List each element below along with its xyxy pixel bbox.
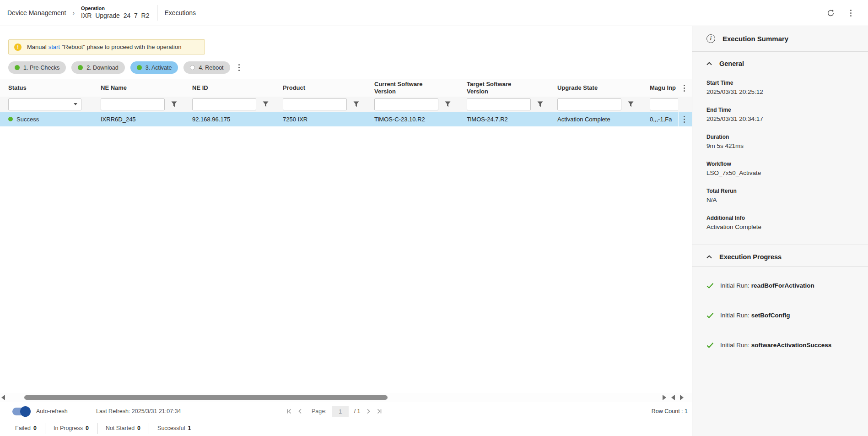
column-header-magu-input[interactable]: Magu Inp xyxy=(650,84,678,92)
ne-name-filter-input[interactable] xyxy=(101,98,165,110)
execution-progress-list: Initial Run:readBofForActivation Initial… xyxy=(692,267,868,371)
phase-chip-activate[interactable]: 3. Activate xyxy=(130,61,178,74)
general-section-toggle[interactable]: General xyxy=(692,52,868,73)
breadcrumb-device-management[interactable]: Device Management xyxy=(7,9,66,16)
phase-chip-pre-checks[interactable]: 1. Pre-Checks xyxy=(8,61,66,74)
filter-funnel-icon[interactable] xyxy=(263,101,269,107)
filter-funnel-icon[interactable] xyxy=(537,101,543,107)
filter-funnel-icon[interactable] xyxy=(353,101,359,107)
auto-refresh-label: Auto-refresh xyxy=(36,408,68,414)
phase-chip-download[interactable]: 2. Download xyxy=(71,61,125,74)
page-total: / 1 xyxy=(354,408,361,414)
divider xyxy=(157,5,157,21)
general-fields: Start Time 2025/03/31 20:25:12 End Time … xyxy=(692,73,868,245)
app-window: Device Management › Operation IXR_Upgrad… xyxy=(0,0,868,436)
ne-id-filter-input[interactable] xyxy=(192,98,256,110)
banner-text-suffix: "Reboot" phase to proceed with the opera… xyxy=(62,44,181,50)
page-number-input[interactable] xyxy=(332,406,349,417)
pane-scroll-right-icon[interactable] xyxy=(680,395,684,400)
pane-scroll-left-icon[interactable] xyxy=(671,395,675,400)
execution-progress-title: Execution Progress xyxy=(719,253,782,261)
status-filter-select[interactable] xyxy=(8,98,81,110)
status-counts-bar: Failed0 In Progress0 Not Started0 Succes… xyxy=(0,420,692,436)
operation-name: IXR_Upgrade_24_7_R2 xyxy=(81,12,149,20)
page-title: Executions xyxy=(165,9,196,16)
chevron-up-icon xyxy=(706,62,712,65)
phase-chip-label: 3. Activate xyxy=(146,65,172,71)
column-header-target-software-version[interactable]: Target Software Version xyxy=(467,81,557,96)
chevron-up-icon xyxy=(706,255,712,259)
scroll-left-icon[interactable] xyxy=(1,395,5,400)
column-header-ne-name[interactable]: NE Name xyxy=(101,84,192,92)
filter-funnel-icon[interactable] xyxy=(628,101,634,107)
product-cell: 7250 IXR xyxy=(283,116,374,123)
phase-chip-label: 1. Pre-Checks xyxy=(23,65,59,71)
horizontal-scrollbar xyxy=(0,393,692,402)
status-text: Success xyxy=(16,116,39,123)
in-progress-count: In Progress0 xyxy=(45,423,97,434)
table-row[interactable]: Success IXRR6D_245 92.168.96.175 7250 IX… xyxy=(0,112,692,126)
filter-funnel-icon[interactable] xyxy=(171,101,177,107)
auto-refresh-toggle[interactable] xyxy=(12,408,30,415)
page-label: Page: xyxy=(312,408,327,414)
progress-item: Initial Run:softwareActivationSuccess xyxy=(706,342,868,349)
column-header-upgrade-state[interactable]: Upgrade State xyxy=(557,84,650,92)
table-columns-menu-icon[interactable] xyxy=(681,84,688,93)
target-sw-cell: TiMOS-24.7.R2 xyxy=(467,116,557,123)
row-count-text: Row Count : 1 xyxy=(652,408,688,414)
executions-panel: ! Manual start "Reboot" phase to proceed… xyxy=(0,26,692,436)
ne-name-cell: IXRR6D_245 xyxy=(101,116,192,123)
target-software-filter-input[interactable] xyxy=(467,98,531,110)
current-software-filter-input[interactable] xyxy=(374,98,438,110)
previous-page-icon[interactable] xyxy=(297,408,303,414)
phase-complete-icon xyxy=(78,65,83,70)
table-footer: Auto-refresh Last Refresh: 2025/3/31 21:… xyxy=(0,402,692,420)
warning-icon: ! xyxy=(14,44,22,51)
info-icon: i xyxy=(706,34,715,43)
next-page-icon[interactable] xyxy=(365,408,372,414)
current-sw-cell: TiMOS-C-23.10.R2 xyxy=(374,116,467,123)
warning-banner: ! Manual start "Reboot" phase to proceed… xyxy=(8,39,205,54)
chevron-down-icon xyxy=(74,103,77,105)
field-total-rerun: Total Rerun N/A xyxy=(706,188,868,203)
check-icon xyxy=(706,312,714,319)
row-actions-icon[interactable] xyxy=(681,115,688,124)
chevron-right-icon: › xyxy=(72,9,75,16)
status-cell: Success xyxy=(8,116,101,123)
execution-progress-section-toggle[interactable]: Execution Progress xyxy=(692,245,868,266)
phase-pending-icon xyxy=(190,65,195,70)
field-end-time: End Time 2025/03/31 20:34:17 xyxy=(706,107,868,122)
check-icon xyxy=(706,283,714,289)
field-additional-info: Additional Info Activation Complete xyxy=(706,215,868,230)
field-workflow: Workflow LSO_7x50_Activate xyxy=(706,161,868,176)
column-header-current-software-version[interactable]: Current Software Version xyxy=(374,81,467,96)
filter-funnel-icon[interactable] xyxy=(445,101,451,107)
failed-count: Failed0 xyxy=(12,423,45,434)
phase-menu-icon[interactable] xyxy=(236,63,243,72)
last-page-icon[interactable] xyxy=(376,408,383,414)
first-page-icon[interactable] xyxy=(286,408,292,414)
column-header-product[interactable]: Product xyxy=(283,84,374,92)
banner-text-prefix: Manual xyxy=(27,44,47,50)
breadcrumb-operation: Operation IXR_Upgrade_24_7_R2 xyxy=(81,5,149,20)
start-reboot-link[interactable]: start xyxy=(49,44,60,50)
more-options-icon[interactable] xyxy=(847,9,854,17)
successful-count: Successful1 xyxy=(149,423,199,434)
top-bar: Device Management › Operation IXR_Upgrad… xyxy=(0,0,868,26)
magu-input-filter-input[interactable] xyxy=(650,98,678,110)
last-refresh-text: Last Refresh: 2025/3/31 21:07:34 xyxy=(96,408,181,414)
phase-chip-reboot[interactable]: 4. Reboot xyxy=(183,61,230,74)
check-icon xyxy=(706,342,714,349)
field-start-time: Start Time 2025/03/31 20:25:12 xyxy=(706,80,868,95)
progress-item: Initial Run:readBofForActivation xyxy=(706,282,868,289)
column-header-ne-id[interactable]: NE ID xyxy=(192,84,283,92)
refresh-icon[interactable] xyxy=(825,8,836,18)
scroll-right-icon[interactable] xyxy=(663,395,666,400)
product-filter-input[interactable] xyxy=(283,98,347,110)
scrollbar-thumb[interactable] xyxy=(24,395,388,400)
execution-summary-title: Execution Summary xyxy=(722,35,788,43)
column-header-status[interactable]: Status xyxy=(8,84,101,92)
upgrade-state-filter-input[interactable] xyxy=(557,98,621,110)
ne-id-cell: 92.168.96.175 xyxy=(192,116,283,123)
phase-complete-icon xyxy=(137,65,142,70)
